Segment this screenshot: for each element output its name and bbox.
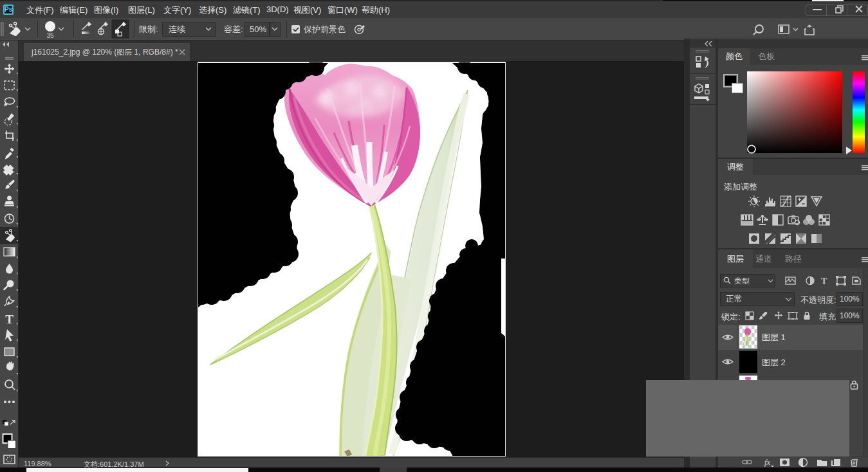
svg-text:T: T xyxy=(5,313,14,326)
svg-text:T: T xyxy=(821,277,827,286)
svg-text:fx: fx xyxy=(764,458,771,467)
svg-text:35: 35 xyxy=(46,32,54,39)
